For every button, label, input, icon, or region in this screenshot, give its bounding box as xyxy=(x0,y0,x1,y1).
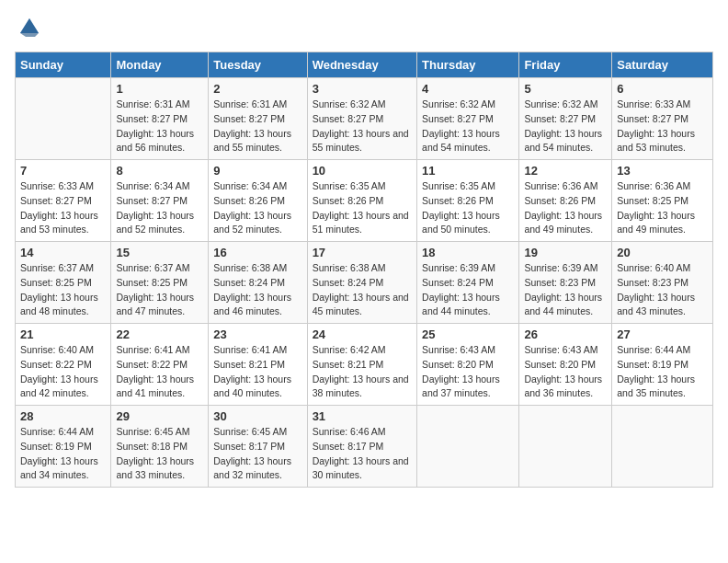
calendar-week-1: 1Sunrise: 6:31 AMSunset: 8:27 PMDaylight… xyxy=(16,78,713,160)
logo xyxy=(15,15,42,40)
header-saturday: Saturday xyxy=(612,52,713,78)
header-wednesday: Wednesday xyxy=(307,52,416,78)
day-number: 17 xyxy=(313,246,412,259)
day-info: Sunrise: 6:45 AMSunset: 8:18 PMDaylight:… xyxy=(116,425,203,483)
day-info: Sunrise: 6:46 AMSunset: 8:17 PMDaylight:… xyxy=(313,425,412,483)
calendar-cell: 24Sunrise: 6:42 AMSunset: 8:21 PMDayligh… xyxy=(307,324,416,406)
header-monday: Monday xyxy=(111,52,209,78)
day-number: 12 xyxy=(524,164,607,178)
day-info: Sunrise: 6:42 AMSunset: 8:21 PMDaylight:… xyxy=(313,343,412,401)
calendar-cell: 13Sunrise: 6:36 AMSunset: 8:25 PMDayligh… xyxy=(612,160,713,242)
day-number: 25 xyxy=(422,327,514,341)
day-number: 7 xyxy=(20,164,106,178)
calendar-week-2: 7Sunrise: 6:33 AMSunset: 8:27 PMDaylight… xyxy=(16,160,713,242)
day-info: Sunrise: 6:45 AMSunset: 8:17 PMDaylight:… xyxy=(213,425,301,483)
calendar-cell xyxy=(16,78,111,160)
calendar-header-row: SundayMondayTuesdayWednesdayThursdayFrid… xyxy=(16,52,713,78)
day-number: 9 xyxy=(213,164,301,178)
calendar-cell: 29Sunrise: 6:45 AMSunset: 8:18 PMDayligh… xyxy=(111,406,209,488)
calendar-cell: 15Sunrise: 6:37 AMSunset: 8:25 PMDayligh… xyxy=(111,242,209,324)
calendar-cell: 11Sunrise: 6:35 AMSunset: 8:26 PMDayligh… xyxy=(417,160,519,242)
calendar-cell: 8Sunrise: 6:34 AMSunset: 8:27 PMDaylight… xyxy=(111,160,209,242)
calendar-cell: 6Sunrise: 6:33 AMSunset: 8:27 PMDaylight… xyxy=(612,78,713,160)
day-info: Sunrise: 6:32 AMSunset: 8:27 PMDaylight:… xyxy=(313,98,412,155)
day-info: Sunrise: 6:44 AMSunset: 8:19 PMDaylight:… xyxy=(20,425,106,483)
header-thursday: Thursday xyxy=(417,52,519,78)
day-number: 15 xyxy=(116,246,203,259)
day-info: Sunrise: 6:38 AMSunset: 8:24 PMDaylight:… xyxy=(213,261,301,319)
day-info: Sunrise: 6:31 AMSunset: 8:27 PMDaylight:… xyxy=(213,98,301,155)
day-info: Sunrise: 6:35 AMSunset: 8:26 PMDaylight:… xyxy=(313,179,412,237)
day-number: 2 xyxy=(213,82,301,96)
day-number: 31 xyxy=(313,409,412,423)
day-info: Sunrise: 6:36 AMSunset: 8:26 PMDaylight:… xyxy=(524,179,607,237)
calendar-cell xyxy=(612,406,713,488)
day-info: Sunrise: 6:41 AMSunset: 8:21 PMDaylight:… xyxy=(213,343,301,401)
day-info: Sunrise: 6:37 AMSunset: 8:25 PMDaylight:… xyxy=(20,261,106,319)
calendar-cell: 2Sunrise: 6:31 AMSunset: 8:27 PMDaylight… xyxy=(209,78,307,160)
day-info: Sunrise: 6:33 AMSunset: 8:27 PMDaylight:… xyxy=(617,98,708,155)
page-header xyxy=(15,15,713,40)
day-number: 24 xyxy=(313,327,412,341)
calendar-cell: 17Sunrise: 6:38 AMSunset: 8:24 PMDayligh… xyxy=(307,242,416,324)
day-info: Sunrise: 6:38 AMSunset: 8:24 PMDaylight:… xyxy=(313,261,412,319)
calendar-cell: 25Sunrise: 6:43 AMSunset: 8:20 PMDayligh… xyxy=(417,324,519,406)
calendar-cell: 7Sunrise: 6:33 AMSunset: 8:27 PMDaylight… xyxy=(16,160,111,242)
header-friday: Friday xyxy=(519,52,612,78)
day-info: Sunrise: 6:36 AMSunset: 8:25 PMDaylight:… xyxy=(617,179,708,237)
day-info: Sunrise: 6:41 AMSunset: 8:22 PMDaylight:… xyxy=(116,343,203,401)
day-number: 6 xyxy=(617,82,708,96)
header-sunday: Sunday xyxy=(16,52,111,78)
day-info: Sunrise: 6:34 AMSunset: 8:27 PMDaylight:… xyxy=(116,179,203,237)
day-number: 29 xyxy=(116,409,203,423)
day-info: Sunrise: 6:35 AMSunset: 8:26 PMDaylight:… xyxy=(422,179,514,237)
day-number: 13 xyxy=(617,164,708,178)
day-info: Sunrise: 6:43 AMSunset: 8:20 PMDaylight:… xyxy=(524,343,607,401)
day-info: Sunrise: 6:32 AMSunset: 8:27 PMDaylight:… xyxy=(422,98,514,155)
calendar-cell: 19Sunrise: 6:39 AMSunset: 8:23 PMDayligh… xyxy=(519,242,612,324)
calendar-cell: 5Sunrise: 6:32 AMSunset: 8:27 PMDaylight… xyxy=(519,78,612,160)
day-number: 27 xyxy=(617,327,708,341)
day-number: 23 xyxy=(213,327,301,341)
day-number: 30 xyxy=(213,409,301,423)
day-info: Sunrise: 6:31 AMSunset: 8:27 PMDaylight:… xyxy=(116,98,203,155)
calendar-cell: 21Sunrise: 6:40 AMSunset: 8:22 PMDayligh… xyxy=(16,324,111,406)
day-number: 1 xyxy=(116,82,203,96)
calendar-cell: 10Sunrise: 6:35 AMSunset: 8:26 PMDayligh… xyxy=(307,160,416,242)
day-info: Sunrise: 6:40 AMSunset: 8:22 PMDaylight:… xyxy=(20,343,106,401)
day-number: 3 xyxy=(313,82,412,96)
day-number: 5 xyxy=(524,82,607,96)
calendar-cell: 14Sunrise: 6:37 AMSunset: 8:25 PMDayligh… xyxy=(16,242,111,324)
day-number: 14 xyxy=(20,246,106,259)
calendar-cell: 4Sunrise: 6:32 AMSunset: 8:27 PMDaylight… xyxy=(417,78,519,160)
calendar-cell xyxy=(417,406,519,488)
day-info: Sunrise: 6:32 AMSunset: 8:27 PMDaylight:… xyxy=(524,98,607,155)
day-number: 28 xyxy=(20,409,106,423)
calendar-cell: 26Sunrise: 6:43 AMSunset: 8:20 PMDayligh… xyxy=(519,324,612,406)
day-number: 19 xyxy=(524,246,607,259)
calendar-week-3: 14Sunrise: 6:37 AMSunset: 8:25 PMDayligh… xyxy=(16,242,713,324)
calendar-cell: 23Sunrise: 6:41 AMSunset: 8:21 PMDayligh… xyxy=(209,324,307,406)
day-number: 16 xyxy=(213,246,301,259)
calendar-cell: 22Sunrise: 6:41 AMSunset: 8:22 PMDayligh… xyxy=(111,324,209,406)
logo-icon xyxy=(17,15,42,40)
calendar-cell: 3Sunrise: 6:32 AMSunset: 8:27 PMDaylight… xyxy=(307,78,416,160)
day-info: Sunrise: 6:43 AMSunset: 8:20 PMDaylight:… xyxy=(422,343,514,401)
calendar-week-5: 28Sunrise: 6:44 AMSunset: 8:19 PMDayligh… xyxy=(16,406,713,488)
calendar-cell: 31Sunrise: 6:46 AMSunset: 8:17 PMDayligh… xyxy=(307,406,416,488)
calendar-cell: 18Sunrise: 6:39 AMSunset: 8:24 PMDayligh… xyxy=(417,242,519,324)
calendar-cell: 20Sunrise: 6:40 AMSunset: 8:23 PMDayligh… xyxy=(612,242,713,324)
day-number: 21 xyxy=(20,327,106,341)
calendar-cell: 30Sunrise: 6:45 AMSunset: 8:17 PMDayligh… xyxy=(209,406,307,488)
header-tuesday: Tuesday xyxy=(209,52,307,78)
day-number: 11 xyxy=(422,164,514,178)
calendar-cell: 28Sunrise: 6:44 AMSunset: 8:19 PMDayligh… xyxy=(16,406,111,488)
day-number: 20 xyxy=(617,246,708,259)
day-info: Sunrise: 6:37 AMSunset: 8:25 PMDaylight:… xyxy=(116,261,203,319)
calendar-cell: 27Sunrise: 6:44 AMSunset: 8:19 PMDayligh… xyxy=(612,324,713,406)
day-info: Sunrise: 6:40 AMSunset: 8:23 PMDaylight:… xyxy=(617,261,708,319)
day-info: Sunrise: 6:39 AMSunset: 8:24 PMDaylight:… xyxy=(422,261,514,319)
day-info: Sunrise: 6:34 AMSunset: 8:26 PMDaylight:… xyxy=(213,179,301,237)
calendar-table: SundayMondayTuesdayWednesdayThursdayFrid… xyxy=(15,52,713,488)
calendar-week-4: 21Sunrise: 6:40 AMSunset: 8:22 PMDayligh… xyxy=(16,324,713,406)
